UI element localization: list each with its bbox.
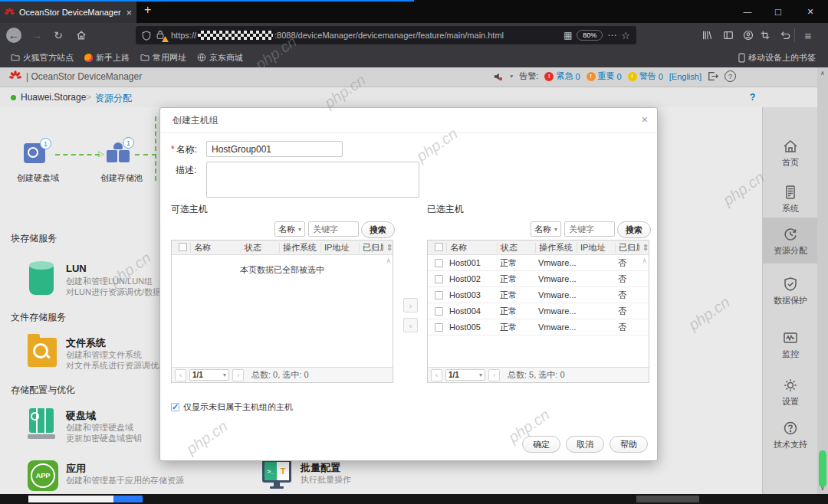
help-button[interactable]: 帮助 — [610, 436, 648, 453]
language-switch[interactable]: [English] — [669, 72, 702, 81]
keyword-input[interactable] — [564, 221, 615, 237]
alarm-caret-icon[interactable]: ▾ — [510, 73, 513, 80]
forward-button[interactable]: → — [29, 28, 44, 43]
account-icon[interactable] — [741, 28, 756, 43]
table-row[interactable]: Host004 正常 Vmware... 否 — [428, 303, 649, 319]
connection-lock-icon[interactable] — [156, 30, 166, 41]
move-left-button[interactable]: ‹ — [403, 318, 418, 332]
flow-step-label[interactable]: 创建存储池 — [100, 172, 143, 184]
scroll-up-icon[interactable]: ∧ — [642, 257, 647, 264]
column-settings-icon[interactable]: ⇕ — [639, 243, 649, 253]
filter-checkbox-row[interactable]: ✓ 仅显示未归属于主机组的主机 — [171, 401, 293, 413]
sidebar-item-settings[interactable]: 设置 — [763, 377, 818, 407]
flow-step-label[interactable]: 创建硬盘域 — [17, 172, 59, 184]
ok-button[interactable]: 确定 — [522, 436, 560, 453]
alarm-warning[interactable]: ! 警告 0 — [628, 70, 663, 82]
table-row[interactable]: Host005 正常 Vmware... 否 — [428, 319, 649, 335]
disk-domain-icon[interactable] — [28, 408, 55, 439]
scrollbar-down-icon[interactable]: ∨ — [817, 485, 828, 492]
keyword-input[interactable] — [308, 221, 359, 237]
page-select[interactable]: 1/1▾ — [445, 369, 485, 381]
bookmark-item[interactable]: 火狐官方站点 — [11, 52, 74, 64]
row-checkbox[interactable] — [435, 275, 443, 283]
home-button[interactable] — [74, 28, 89, 43]
window-minimize-button[interactable]: — — [738, 0, 757, 23]
bookmark-item[interactable]: 京东商城 — [197, 52, 243, 64]
sidebar-item-support[interactable]: 技术支持 — [763, 420, 818, 450]
vertical-scrollbar[interactable]: ∧ ∨ — [817, 67, 828, 494]
column-settings-icon[interactable]: ⇕ — [383, 243, 393, 253]
bookmark-item[interactable]: 常用网址 — [140, 52, 186, 64]
sidebar-item-home[interactable]: 首页 — [763, 138, 818, 169]
sidebars-icon[interactable] — [721, 28, 736, 43]
window-restore-button[interactable]: □ — [768, 0, 788, 23]
help-icon[interactable]: ? — [724, 70, 736, 82]
tab-close-icon[interactable]: × — [126, 7, 132, 18]
prev-page-button[interactable]: ‹ — [175, 369, 186, 381]
table-row[interactable]: Host001 正常 Vmware... 否 — [428, 255, 649, 271]
browser-tab[interactable]: OceanStor DeviceManager × — [0, 2, 136, 23]
batch-config-icon[interactable]: >_T — [262, 460, 291, 483]
alarm-critical[interactable]: ! 紧急 0 — [544, 70, 580, 82]
table-row[interactable]: Host002 正常 Vmware... 否 — [428, 271, 649, 287]
row-checkbox[interactable] — [435, 323, 443, 332]
search-button[interactable]: 搜索 — [361, 221, 395, 238]
hscrollbar-track[interactable] — [28, 496, 113, 502]
new-tab-button[interactable]: + — [144, 3, 151, 17]
prev-page-button[interactable]: ‹ — [431, 369, 442, 381]
qr-code-icon[interactable]: ▦ — [564, 30, 572, 41]
application-icon[interactable]: APP — [28, 460, 58, 491]
logout-icon[interactable] — [708, 71, 718, 81]
select-all-checkbox[interactable] — [435, 243, 443, 251]
alarm-major[interactable]: ! 重要 0 — [586, 70, 622, 82]
cancel-button[interactable]: 取消 — [566, 436, 604, 453]
scrollbar-thumb[interactable] — [819, 450, 826, 487]
next-page-button[interactable]: › — [232, 369, 244, 381]
page-select[interactable]: 1/1▾ — [189, 369, 229, 381]
bookmark-item[interactable]: 新手上路 — [84, 52, 130, 64]
service-filesystem-title[interactable]: 文件系统 — [66, 336, 106, 350]
dialog-close-icon[interactable]: × — [642, 114, 648, 125]
scroll-up-icon[interactable]: ∧ — [386, 257, 391, 264]
service-lun-title[interactable]: LUN — [66, 263, 87, 274]
row-checkbox[interactable] — [435, 259, 443, 267]
url-bar[interactable]: https://:8088/deviceManager/devicemanage… — [136, 26, 636, 44]
service-batchconfig-title[interactable]: 批量配置 — [301, 461, 340, 475]
hscrollbar-segment[interactable] — [636, 496, 699, 502]
lun-icon[interactable] — [29, 261, 54, 295]
scrollbar-up-icon[interactable]: ∧ — [817, 70, 828, 77]
reload-button[interactable]: ↻ — [51, 28, 66, 43]
breadcrumb-page[interactable]: 资源分配 — [95, 92, 132, 105]
service-application-title[interactable]: 应用 — [66, 462, 86, 476]
select-all-checkbox[interactable] — [179, 243, 187, 251]
menu-icon[interactable]: ≡ — [800, 28, 816, 43]
description-textarea[interactable] — [206, 162, 419, 198]
name-input[interactable] — [206, 141, 343, 157]
back-button[interactable]: ← — [6, 28, 21, 43]
library-icon[interactable] — [699, 28, 715, 43]
next-page-button[interactable]: › — [488, 369, 500, 381]
window-close-button[interactable]: × — [800, 0, 820, 23]
zoom-level-badge[interactable]: 80% — [577, 30, 603, 41]
page-actions-icon[interactable]: ⋯ — [607, 30, 616, 41]
screenshot-crop-icon[interactable] — [757, 28, 773, 43]
bookmark-star-icon[interactable]: ☆ — [621, 30, 630, 41]
sidebar-item-allocation[interactable]: 资源分配 — [763, 226, 818, 257]
sidebar-item-system[interactable]: 系统 — [763, 184, 818, 214]
undo-arrow-icon[interactable] — [777, 28, 793, 43]
row-checkbox[interactable] — [435, 307, 443, 316]
mobile-bookmarks[interactable]: 移动设备上的书签 — [738, 52, 816, 64]
breadcrumb-device[interactable]: Huawei.Storage — [21, 92, 86, 103]
page-help-link[interactable]: ? — [750, 92, 755, 103]
sidebar-item-protection[interactable]: 数据保护 — [763, 276, 818, 306]
table-row[interactable]: Host003 正常 Vmware... 否 — [428, 287, 649, 303]
file-system-icon[interactable] — [28, 338, 57, 367]
sidebar-item-monitor[interactable]: 监控 — [763, 329, 818, 360]
move-right-button[interactable]: › — [403, 298, 418, 313]
search-button[interactable]: 搜索 — [617, 221, 651, 238]
row-checkbox[interactable] — [435, 291, 443, 299]
hscrollbar-thumb[interactable] — [113, 496, 143, 502]
alarm-speaker-icon[interactable] — [493, 72, 504, 81]
filter-checkbox[interactable]: ✓ — [171, 403, 179, 411]
service-diskdomain-title[interactable]: 硬盘域 — [66, 409, 96, 423]
